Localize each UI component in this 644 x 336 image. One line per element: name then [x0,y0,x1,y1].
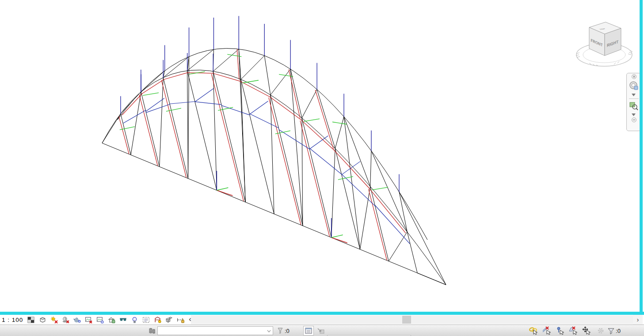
chevron-down-icon [632,113,636,116]
close-icon [632,74,636,79]
temporary-view-properties-icon[interactable] [142,316,150,324]
reveal-hidden-elements-icon[interactable] [131,316,138,324]
horizontal-scrollbar-track[interactable] [191,315,633,324]
zoom-region-icon [629,101,639,111]
workset-dropdown[interactable] [157,326,273,335]
sun-path-off-icon[interactable] [50,316,58,324]
scrollbar-right-arrow[interactable]: › [633,315,643,325]
navbar-steering-wheel-button[interactable] [628,79,640,92]
load-lines [121,16,399,238]
select-elements-by-face-toggle[interactable] [568,326,578,335]
rendering-dialog-icon[interactable] [73,316,81,324]
collapse-icon [632,117,636,122]
truss-model-wireframe [0,0,640,312]
highlight-displacement-sets-icon[interactable] [165,316,173,324]
chevron-down-icon [267,330,271,332]
navbar-collapse-button[interactable] [628,117,640,122]
view-window-border-bottom [0,312,644,315]
drag-elements-icon [582,326,591,335]
gear-icon [597,327,605,335]
select-pinned-icon [555,326,565,335]
select-underlay-elements-toggle[interactable] [542,326,552,335]
filter-funnel-icon [607,327,615,335]
navbar-divider [629,98,639,99]
scale-button[interactable]: 1 : 100 [0,317,27,323]
worksets-icon [148,327,156,335]
design-options-button[interactable] [303,326,314,336]
selection-filter-button[interactable]: :0 [605,326,623,335]
steering-wheel-icon [629,80,639,91]
viewcube[interactable]: TOP FRONT RIGHT [572,18,639,68]
select-links-toggle[interactable] [529,326,538,335]
temporary-hide-isolate-icon[interactable] [119,316,127,324]
show-analytical-model-icon[interactable] [154,316,161,324]
visual-style-icon[interactable] [39,316,46,324]
exclude-options-icon [317,328,324,334]
editing-requests-icon [277,327,284,335]
editing-requests-button[interactable]: :0 [277,326,290,335]
analytical-red-lines [119,49,406,260]
physical-members [102,49,446,285]
view-control-icons [27,316,184,324]
horizontal-scrollbar-thumb[interactable] [402,316,411,324]
drag-elements-on-selection-toggle[interactable] [582,326,591,335]
navbar-close-button[interactable] [628,74,640,79]
locked-3d-view-icon[interactable] [108,316,115,324]
navbar-wheel-options-button[interactable] [628,92,640,98]
crop-view-off-icon[interactable] [85,316,92,324]
model-viewport[interactable]: TOP FRONT RIGHT [0,0,640,312]
navbar-zoom-options-button[interactable] [628,112,640,117]
select-links-icon [529,326,538,335]
selection-filter-count: :0 [616,328,621,334]
select-pinned-elements-toggle[interactable] [555,326,565,335]
navigation-bar [626,73,641,131]
show-crop-region-icon[interactable] [96,316,104,324]
navbar-zoom-button[interactable] [628,100,640,112]
analytical-chain [123,89,410,244]
view-control-bar: 1 : 100 [0,315,194,325]
select-underlay-icon [542,326,552,335]
exclude-options-button[interactable] [316,326,326,336]
view-window-border-right [640,0,643,315]
detail-level-icon[interactable] [27,316,35,324]
settings-gear-button[interactable] [596,326,606,335]
chevron-down-icon [632,94,636,96]
shadows-off-icon[interactable] [62,316,69,324]
editing-requests-count: :0 [285,328,290,334]
scroll-row: 1 : 100 [0,315,644,325]
design-options-icon [305,328,312,334]
worksets-button[interactable] [148,326,156,335]
viewcube-cube[interactable]: TOP FRONT RIGHT [589,22,621,56]
select-by-face-icon [568,326,578,335]
reveal-constraints-icon[interactable] [177,316,184,324]
status-bar: :0 Main Model [0,325,644,336]
